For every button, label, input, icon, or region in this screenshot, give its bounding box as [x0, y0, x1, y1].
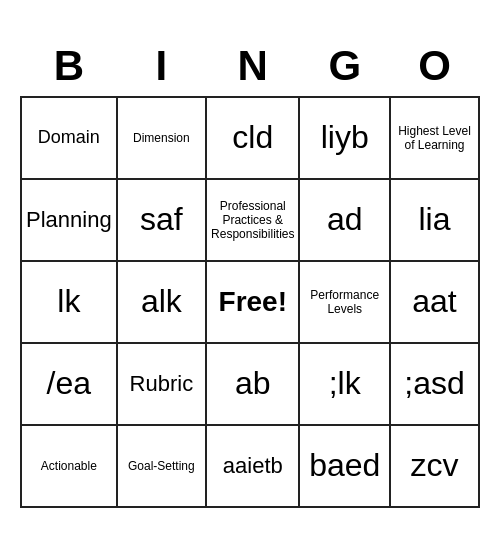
header-row: B I N G O	[21, 37, 479, 97]
cell-4-4: zcv	[390, 425, 479, 507]
cell-0-4: Highest Level of Learning	[390, 97, 479, 179]
bingo-card: B I N G O DomainDimensioncldliybHighest …	[20, 37, 480, 508]
cell-3-1: Rubric	[117, 343, 206, 425]
cell-4-3: baed	[299, 425, 390, 507]
cell-0-2: cld	[206, 97, 299, 179]
cell-0-0: Domain	[21, 97, 117, 179]
cell-2-2: Free!	[206, 261, 299, 343]
header-n: N	[206, 37, 299, 97]
row-1: PlanningsafProfessional Practices & Resp…	[21, 179, 479, 261]
cell-1-4: lia	[390, 179, 479, 261]
cell-1-2: Professional Practices & Responsibilitie…	[206, 179, 299, 261]
cell-3-3: ;lk	[299, 343, 390, 425]
cell-2-4: aat	[390, 261, 479, 343]
header-g: G	[299, 37, 390, 97]
cell-1-3: ad	[299, 179, 390, 261]
cell-3-2: ab	[206, 343, 299, 425]
cell-2-0: lk	[21, 261, 117, 343]
cell-4-1: Goal-Setting	[117, 425, 206, 507]
header-b: B	[21, 37, 117, 97]
row-0: DomainDimensioncldliybHighest Level of L…	[21, 97, 479, 179]
cell-1-1: saf	[117, 179, 206, 261]
cell-2-3: Performance Levels	[299, 261, 390, 343]
row-3: /eaRubricab;lk;asd	[21, 343, 479, 425]
header-o: O	[390, 37, 479, 97]
cell-3-0: /ea	[21, 343, 117, 425]
bingo-body: DomainDimensioncldliybHighest Level of L…	[21, 97, 479, 507]
cell-4-2: aaietb	[206, 425, 299, 507]
cell-0-3: liyb	[299, 97, 390, 179]
header-i: I	[117, 37, 206, 97]
row-2: lkalkFree!Performance Levelsaat	[21, 261, 479, 343]
cell-4-0: Actionable	[21, 425, 117, 507]
row-4: ActionableGoal-Settingaaietbbaedzcv	[21, 425, 479, 507]
cell-3-4: ;asd	[390, 343, 479, 425]
cell-2-1: alk	[117, 261, 206, 343]
cell-0-1: Dimension	[117, 97, 206, 179]
cell-1-0: Planning	[21, 179, 117, 261]
